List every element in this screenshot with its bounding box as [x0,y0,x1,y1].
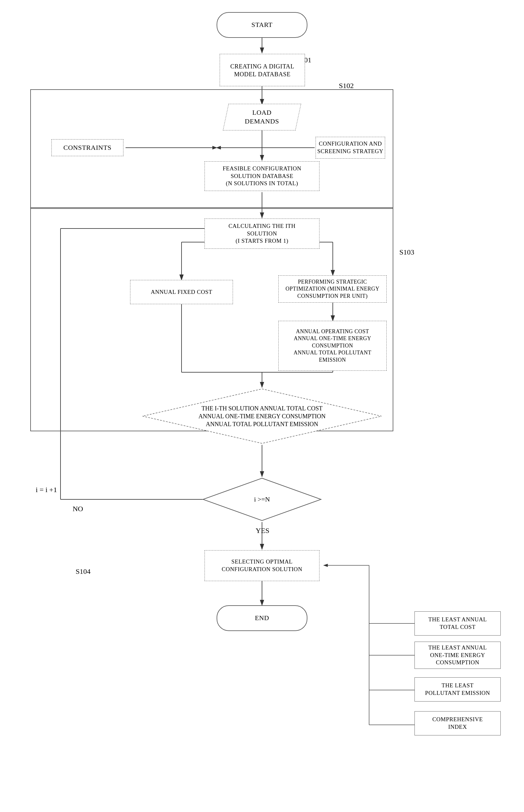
start-label: START [251,20,273,29]
config-screening-shape: CONFIGURATION ANDSCREENING STRATEGY [315,137,385,159]
i-geq-n-label: i >=N [254,495,270,504]
comprehensive-index-label: COMPREHENSIVEINDEX [432,716,483,731]
least-annual-cost-label: THE LEAST ANNUALTOTAL COST [428,616,487,631]
feasible-config-label: FEASIBLE CONFIGURATIONSOLUTION DATABASE(… [223,165,301,187]
selecting-optimal-shape: SELECTING OPTIMALCONFIGURATION SOLUTION [204,550,320,581]
annual-fixed-cost-shape: ANNUAL FIXED COST [130,280,233,304]
i-eq-i-plus-1-label: i = i +1 [36,486,57,494]
calculating-ith-label: CALCULATING THE ITHSOLUTION(I STARTS FRO… [228,223,296,245]
feasible-config-shape: FEASIBLE CONFIGURATIONSOLUTION DATABASE(… [204,161,320,191]
end-shape: END [217,605,307,631]
s102-label: S102 [339,82,354,90]
performing-strategic-label: PERFORMING STRATEGICOPTIMIZATION (MINIMA… [285,278,379,299]
load-demands-shape: LOADDEMANDS [223,104,301,130]
s104-label: S104 [76,567,91,575]
creating-db-label: CREATING A DIGITALMODEL DATABASE [230,62,294,78]
comprehensive-index-shape: COMPREHENSIVEINDEX [414,711,501,735]
no-label: NO [72,505,83,513]
ith-solution-label: THE I-TH SOLUTION ANNUAL TOTAL COSTANNUA… [198,404,326,428]
least-annual-energy-shape: THE LEAST ANNUALONE-TIME ENERGYCONSUMPTI… [414,642,501,669]
least-annual-cost-shape: THE LEAST ANNUALTOTAL COST [414,611,501,636]
s103-label: S103 [399,248,414,256]
yes-label: YES [256,526,269,535]
least-pollutant-label: THE LEASTPOLLUTANT EMISSION [425,682,490,697]
start-shape: START [217,12,307,38]
config-screening-label: CONFIGURATION ANDSCREENING STRATEGY [317,140,383,155]
i-geq-n-diamond: i >=N [201,477,323,522]
load-demands-label: LOADDEMANDS [245,108,279,126]
creating-db-shape: CREATING A DIGITALMODEL DATABASE [220,54,305,86]
flowchart: START S101 CREATING A DIGITALMODEL DATAB… [0,0,524,812]
selecting-optimal-label: SELECTING OPTIMALCONFIGURATION SOLUTION [222,558,302,573]
performing-strategic-shape: PERFORMING STRATEGICOPTIMIZATION (MINIMA… [278,275,387,303]
end-label: END [255,614,269,622]
ith-solution-diamond: THE I-TH SOLUTION ANNUAL TOTAL COSTANNUA… [141,387,383,445]
annual-fixed-cost-label: ANNUAL FIXED COST [151,289,212,296]
constraints-label: CONSTRAINTS [64,144,112,152]
annual-operating-shape: ANNUAL OPERATING COSTANNUAL ONE-TIME ENE… [278,321,387,371]
annual-operating-label: ANNUAL OPERATING COSTANNUAL ONE-TIME ENE… [294,328,372,363]
constraints-shape: CONSTRAINTS [51,139,124,156]
calculating-ith-shape: CALCULATING THE ITHSOLUTION(I STARTS FRO… [204,218,320,249]
least-annual-energy-label: THE LEAST ANNUALONE-TIME ENERGYCONSUMPTI… [428,644,487,666]
least-pollutant-shape: THE LEASTPOLLUTANT EMISSION [414,677,501,701]
